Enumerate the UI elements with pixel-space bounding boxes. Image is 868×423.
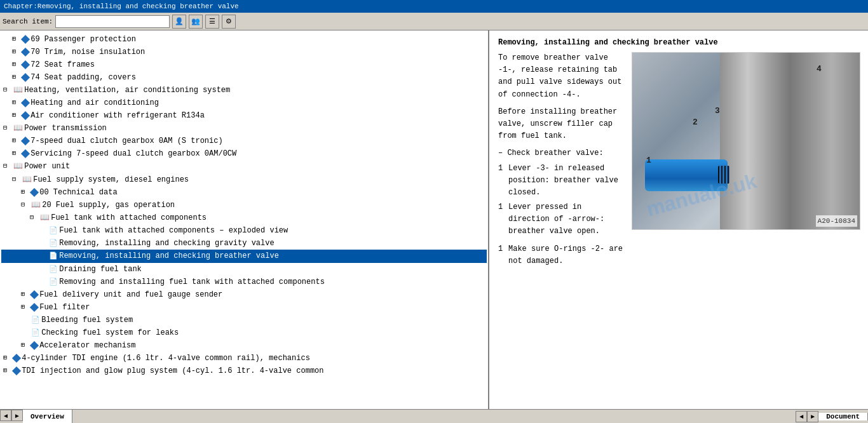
- doc-icon: 📄: [44, 238, 59, 249]
- tree-item-label: 20 Fuel supply, gas operation: [42, 199, 175, 211]
- doc-icon: 📄: [44, 264, 59, 275]
- tree-item[interactable]: ⊞ Fuel delivery unit and fuel gauge send…: [1, 288, 487, 301]
- expand-icon[interactable]: ⊟: [1, 123, 9, 134]
- tree-item-label: Fuel filter: [39, 302, 90, 313]
- diamond-icon: [18, 59, 31, 70]
- expand-icon[interactable]: ⊞: [1, 365, 9, 377]
- tree-item[interactable]: ⊞ Air conditioner with refrigerant R134a: [1, 109, 487, 122]
- tree-item-label: Power unit: [24, 161, 70, 172]
- expand-icon[interactable]: ⊞: [19, 340, 27, 351]
- label-2: 2: [693, 116, 698, 129]
- step-2: 1 Lever pressed in direction of -arrow-:…: [498, 201, 625, 238]
- diamond-icon: [18, 46, 31, 58]
- right-right-arrow-btn[interactable]: ►: [807, 411, 818, 422]
- diagram-box: 1 2 3 4 manualo.uk A20-10834: [632, 52, 860, 230]
- expand-icon[interactable]: ⊞: [10, 97, 18, 109]
- tree-item[interactable]: ⊟ 📖20 Fuel supply, gas operation: [1, 199, 487, 211]
- expand-icon[interactable]: ⊞: [19, 187, 27, 198]
- tree-item-label: 70 Trim, noise insulation: [31, 46, 145, 58]
- tree-item-label: Removing, installing and checking gravit…: [59, 238, 274, 249]
- tree-item[interactable]: ⊟ 📖Fuel tank with attached components: [1, 211, 487, 224]
- tree-item[interactable]: ⊟ 📖Heating, ventilation, air conditionin…: [1, 84, 487, 97]
- right-arrow-btn[interactable]: ►: [11, 410, 23, 421]
- settings-icon-btn[interactable]: ⚙: [222, 15, 236, 29]
- expand-icon[interactable]: ⊞: [10, 34, 18, 45]
- left-panel: ⊞ 69 Passenger protection⊞ 70 Trim, nois…: [0, 30, 489, 409]
- diamond-icon: [18, 148, 31, 159]
- tree-item[interactable]: ⊞ 70 Trim, noise insulation: [1, 46, 487, 58]
- tree-item[interactable]: 📄Removing and installing fuel tank with …: [1, 276, 487, 288]
- user-icon-btn[interactable]: 👤: [172, 15, 186, 29]
- tree-item[interactable]: 📄Removing, installing and checking breat…: [1, 250, 487, 262]
- expand-icon[interactable]: ⊞: [10, 148, 18, 159]
- tree-item-label: TDI injection and glow plug system (4-cy…: [22, 365, 323, 377]
- doc-content: To remove breather valve -1-, release re…: [498, 52, 859, 270]
- expand-icon[interactable]: ⊞: [19, 289, 27, 300]
- doc-icon: 📄: [44, 276, 59, 288]
- tree-item-label: Checking fuel system for leaks: [41, 327, 179, 339]
- expand-icon[interactable]: ⊞: [1, 352, 9, 364]
- left-arrow-btn[interactable]: ◄: [0, 410, 11, 421]
- tree-item[interactable]: 📄Checking fuel system for leaks: [1, 326, 487, 339]
- expand-icon[interactable]: ⊟: [10, 174, 18, 185]
- tree-item[interactable]: ⊟ 📖Fuel supply system, diesel engines: [1, 173, 487, 186]
- para-2: Before installing breather valve, unscre…: [498, 106, 625, 143]
- expand-icon[interactable]: ⊟: [19, 199, 27, 211]
- tree-item-label: Air conditioner with refrigerant R134a: [31, 110, 205, 121]
- list-icon-btn[interactable]: ☰: [205, 15, 219, 29]
- tree-item[interactable]: ⊞ Heating and air conditioning: [1, 97, 487, 109]
- diamond-icon: [18, 110, 31, 121]
- tree-item[interactable]: ⊞ 7-speed dual clutch gearbox 0AM (S tro…: [1, 135, 487, 147]
- tree-item[interactable]: ⊞ 69 Passenger protection: [1, 33, 487, 46]
- book-icon: 📖: [9, 123, 24, 134]
- tree-item[interactable]: ⊞ 72 Seat frames: [1, 58, 487, 71]
- expand-icon[interactable]: ⊞: [10, 72, 18, 83]
- tree-item[interactable]: 📄Bleeding fuel system: [1, 314, 487, 326]
- tree-item[interactable]: ⊟ 📖Power transmission: [1, 122, 487, 135]
- doc-title: Removing, installing and checking breath…: [498, 37, 859, 48]
- tree-item[interactable]: 📄Draining fuel tank: [1, 263, 487, 276]
- expand-icon[interactable]: ⊟: [1, 84, 9, 96]
- bottom-bar: ◄ ► Overview ◄ ► Document: [0, 409, 868, 423]
- expand-icon[interactable]: ⊟: [1, 161, 9, 172]
- diamond-icon: [18, 72, 31, 83]
- tree-item[interactable]: ⊞ 4-cylinder TDI engine (1.6 ltr. 4-valv…: [1, 352, 487, 365]
- tree-item-label: 7-speed dual clutch gearbox 0AM (S troni…: [31, 135, 222, 147]
- book-icon: 📖: [36, 212, 51, 224]
- search-input[interactable]: [55, 15, 170, 28]
- tree-item-label: 74 Seat padding, covers: [31, 72, 136, 83]
- title-bar: Chapter:Removing, installing and checkin…: [0, 0, 868, 13]
- step-1: 1 Lever -3- in released position: breath…: [498, 163, 625, 199]
- diamond-icon: [9, 365, 22, 377]
- book-icon: 📖: [27, 199, 42, 211]
- tree-item[interactable]: ⊟ 📖Power unit: [1, 160, 487, 173]
- book-icon: 📖: [9, 161, 24, 172]
- tree-item-label: Removing, installing and checking breath…: [59, 250, 279, 262]
- diamond-icon: [27, 302, 39, 313]
- expand-icon[interactable]: ⊟: [28, 212, 36, 224]
- diagram-code: A20-10834: [816, 215, 857, 227]
- expand-icon[interactable]: ⊞: [10, 135, 18, 147]
- tree-item[interactable]: ⊞ Fuel filter: [1, 301, 487, 314]
- overview-tab[interactable]: Overview: [23, 410, 72, 423]
- tree-item[interactable]: 📄Removing, installing and checking gravi…: [1, 237, 487, 250]
- expand-icon[interactable]: ⊞: [10, 110, 18, 121]
- right-left-arrow-btn[interactable]: ◄: [796, 411, 807, 422]
- tree-item-label: Power transmission: [24, 123, 107, 134]
- document-tab[interactable]: Document: [818, 413, 868, 420]
- tree-item[interactable]: ⊞ 74 Seat padding, covers: [1, 71, 487, 84]
- expand-icon[interactable]: ⊞: [10, 59, 18, 70]
- diamond-icon: [27, 289, 39, 300]
- para-3: – Check breather valve:: [498, 147, 625, 159]
- tree-item[interactable]: ⊞ Servicing 7-speed dual clutch gearbox …: [1, 147, 487, 160]
- expand-icon[interactable]: ⊞: [10, 46, 18, 58]
- tree-container[interactable]: ⊞ 69 Passenger protection⊞ 70 Trim, nois…: [0, 30, 488, 409]
- expand-icon[interactable]: ⊞: [19, 302, 27, 313]
- diamond-icon: [18, 34, 31, 45]
- bottom-right: ◄ ► Document: [796, 410, 868, 423]
- tree-item[interactable]: 📄Fuel tank with attached components – ex…: [1, 224, 487, 237]
- tree-item[interactable]: ⊞ Accelerator mechanism: [1, 339, 487, 352]
- tree-item[interactable]: ⊞ TDI injection and glow plug system (4-…: [1, 365, 487, 377]
- user2-icon-btn[interactable]: 👥: [189, 15, 203, 29]
- tree-item[interactable]: ⊞ 00 Technical data: [1, 186, 487, 199]
